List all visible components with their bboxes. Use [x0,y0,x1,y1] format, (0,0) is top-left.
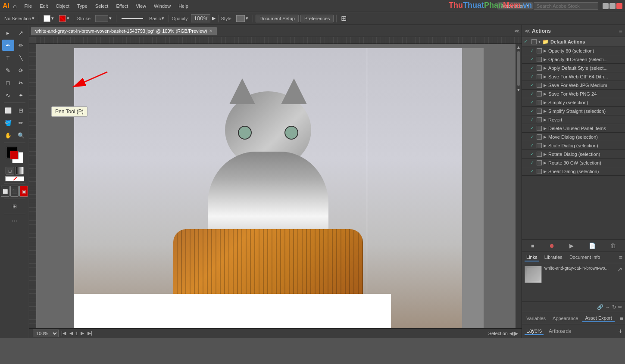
document-tab[interactable]: white-and-gray-cat-in-brown-woven-basket… [31,27,217,35]
relink-btn[interactable]: 🔗 [597,304,603,310]
actions-panel-menu[interactable]: ≡ [619,28,622,34]
variables-tab[interactable]: Variables [524,315,548,322]
doc-info-tab[interactable]: Document Info [568,254,602,261]
panel-collapse-btn[interactable]: ≪ [514,28,520,34]
menu-window[interactable]: Window [150,3,174,9]
edit-original-btn[interactable]: ✏ [618,304,622,310]
hand-tool[interactable]: ✋ [2,130,14,141]
slice-tool[interactable]: ⊟ [15,105,27,116]
close-button[interactable] [616,3,622,9]
action-item[interactable]: ✓ ▶ Save For Web GIF 64 Dith... [522,72,625,81]
asset-export-tab[interactable]: Asset Export [582,314,614,322]
actions-list[interactable]: ✓ ▾ 📁 Default Actions ✓ ▶ Opacity 60 (se… [522,37,625,240]
style-select[interactable]: ▾ [234,14,250,23]
fill-mode-btn[interactable]: ◻ [6,167,14,174]
appearance-tab[interactable]: Appearance [550,315,581,322]
menu-help[interactable]: Help [175,3,192,9]
canvas-scroll[interactable]: Pen Tool (P) ▲ ▼ [36,44,522,328]
action-item[interactable]: ✓ ▶ Rotate 90 CW (selection) [522,159,625,167]
tab-close-btn[interactable]: ✕ [209,28,212,33]
record-btn[interactable]: ⏺ [547,242,556,250]
rectangle-tool[interactable]: ◻ [2,77,14,88]
knife-tool[interactable]: ✂ [15,77,27,88]
scroll-right-btn[interactable]: ▶ [514,330,518,336]
action-item[interactable]: ✓ ▶ Apply Default Style (select... [522,64,625,72]
action-item-delete-unused[interactable]: ✓ ▶ Delete Unused Panel Items [522,124,625,133]
action-item[interactable]: ✓ ▶ Revert [522,115,625,124]
update-link-btn[interactable]: ↻ [612,304,616,310]
selection-tool[interactable]: ▸ [2,27,14,38]
line-tool[interactable]: ╲ [15,52,27,63]
layers-tab[interactable]: Layers [525,327,544,335]
last-page-btn[interactable]: ▶| [87,330,93,336]
new-action-btn[interactable]: 📄 [587,242,597,250]
none-btn[interactable] [5,176,24,181]
action-item[interactable]: ✓ ▶ Scale Dialog (selection) [522,141,625,150]
home-icon[interactable]: ⌂ [13,3,16,9]
perspective-grid-btn[interactable]: ⊞ [9,201,21,212]
type-tool[interactable]: T [2,52,14,63]
links-tab[interactable]: Links [525,254,539,261]
action-item[interactable]: ✓ ▶ Save For Web JPG Medium [522,81,625,90]
menu-view[interactable]: View [132,3,150,9]
group-checkbox[interactable] [531,39,537,44]
prev-page-btn[interactable]: ◀ [69,330,74,336]
stroke-type-select[interactable]: Basic ▾ [147,15,166,22]
direct-selection-tool[interactable]: ↗ [15,27,27,38]
action-item[interactable]: ✓ ▶ Opacity 60 (selection) [522,47,625,55]
delete-action-btn[interactable]: 🗑 [609,242,618,250]
fill-color-btn[interactable]: ▾ [42,14,56,23]
actions-expand-btn[interactable]: ≪ [525,28,530,34]
menu-edit[interactable]: Edit [36,3,51,9]
menu-object[interactable]: Object [52,3,73,9]
add-anchor-tool[interactable]: ✏ [15,40,27,51]
add-btn[interactable]: + [619,327,622,335]
more-tools-btn[interactable]: ··· [12,217,17,225]
doc-setup-button[interactable]: Document Setup [256,15,299,22]
zoom-select[interactable]: 100%75%50%25%200% [33,330,59,337]
artboards-tab[interactable]: Artboards [547,328,573,335]
star-tool[interactable]: ✦ [15,90,27,101]
stroke-style-select[interactable] [119,17,146,20]
action-item[interactable]: ✓ ▶ Save For Web PNG 24 [522,90,625,98]
arrange-icon[interactable]: ⊞ [339,13,348,23]
bottom-panel-menu[interactable]: ≡ [620,315,623,322]
eyedropper-tool[interactable]: ✏ [15,117,27,128]
minimize-button[interactable] [603,3,609,9]
full-mode-btn[interactable]: ⬛ [10,186,19,197]
foreground-color-swatch[interactable] [6,147,17,158]
search-input[interactable] [534,2,598,10]
paint-bucket[interactable]: 🪣 [2,117,14,128]
relink-icon[interactable]: ↗ [617,266,622,273]
action-item[interactable]: ✓ ▶ Opacity 40 Screen (selecti... [522,55,625,64]
default-actions-group[interactable]: ✓ ▾ 📁 Default Actions [522,37,625,47]
zoom-tool[interactable]: 🔍 [15,130,27,141]
menu-select[interactable]: Select [92,3,112,9]
stroke-width-input[interactable]: ▾ [94,14,113,23]
next-page-btn[interactable]: ▶ [80,330,85,336]
action-item[interactable]: ✓ ▶ Shear Dialog (selection) [522,167,625,176]
present-mode-btn[interactable]: ▣ [19,186,28,197]
action-item[interactable]: ✓ ▶ Simplify Straight (selection) [522,107,625,115]
vertical-scrollbar[interactable]: ▲ ▼ [516,44,522,328]
stroke-color-btn[interactable]: ▾ [57,14,71,23]
goto-link-btn[interactable]: → [605,304,610,310]
libraries-tab[interactable]: Libraries [543,254,564,261]
menu-type[interactable]: Type [74,3,91,9]
blend-tool[interactable]: ∿ [2,90,14,101]
scroll-left-btn[interactable]: ◀ [509,330,513,336]
opacity-input[interactable] [191,14,210,22]
preferences-button[interactable]: Preferences [300,15,334,22]
menu-file[interactable]: File [21,3,35,9]
rotate-tool[interactable]: ⟳ [15,65,27,76]
pen-tool[interactable]: ✒ [2,40,14,51]
first-page-btn[interactable]: |◀ [60,330,67,336]
play-btn[interactable]: ▶ [568,242,575,250]
selection-dropdown[interactable]: No Selection ▾ [3,15,36,22]
menu-effect[interactable]: Effect [112,3,131,9]
maximize-button[interactable] [609,3,616,9]
normal-mode-btn[interactable]: ⬜ [1,186,9,197]
stop-btn[interactable]: ■ [529,242,536,250]
action-item[interactable]: ✓ ▶ Move Dialog (selection) [522,133,625,141]
pencil-tool[interactable]: ✎ [2,65,14,76]
